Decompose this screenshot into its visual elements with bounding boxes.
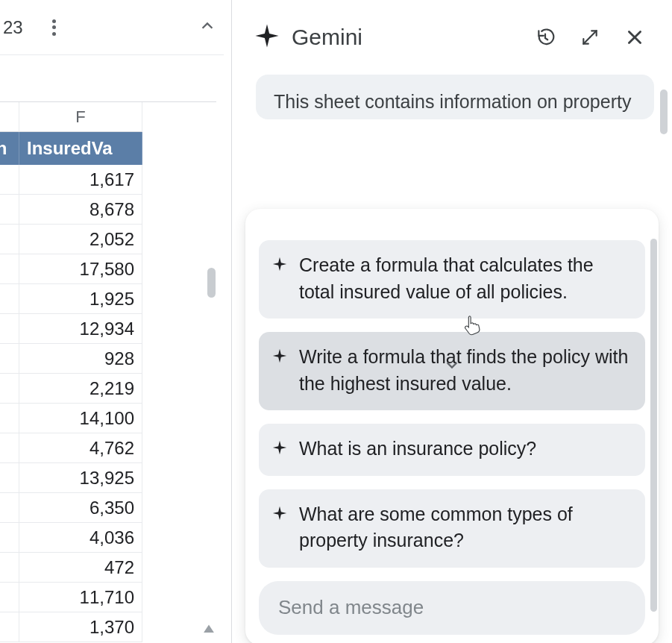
message-composer[interactable]	[259, 581, 645, 635]
cell-insured-value[interactable]: 11,710	[19, 583, 142, 612]
cell-region[interactable]: est	[0, 344, 19, 374]
cell-reference: 23	[3, 17, 23, 38]
close-button[interactable]	[618, 21, 651, 54]
expand-button[interactable]	[574, 21, 606, 54]
suggestion-item[interactable]: Create a formula that calculates the tot…	[259, 240, 645, 319]
cell-insured-value[interactable]: 14,100	[19, 404, 142, 433]
collapse-formula-bar-button[interactable]	[191, 11, 224, 44]
table-row: est2,052	[0, 225, 216, 254]
cell-region[interactable]: est	[0, 583, 19, 612]
cell-region[interactable]	[0, 433, 19, 463]
cell-region[interactable]	[0, 284, 19, 314]
chevron-up-icon	[199, 18, 216, 37]
suggestions-scrollbar[interactable]	[650, 239, 657, 511]
cell-region[interactable]	[0, 612, 19, 642]
suggestion-text: What are some common types of property i…	[299, 501, 630, 554]
table-row: 1,370	[0, 612, 216, 642]
cell-region[interactable]	[0, 553, 19, 583]
suggestions-scrollbar-thumb[interactable]	[650, 239, 657, 612]
table-row: 1,925	[0, 284, 216, 314]
close-icon	[625, 28, 644, 47]
table-row: 8,678	[0, 195, 216, 225]
cell-insured-value[interactable]: 4,762	[19, 433, 142, 463]
spark-icon	[272, 501, 287, 528]
suggestion-text: Create a formula that calculates the tot…	[299, 252, 630, 305]
column-header[interactable]: E	[0, 102, 19, 132]
gemini-side-panel: Gemini This sheet contains infor	[231, 0, 672, 643]
spark-icon	[272, 252, 287, 279]
more-options-button[interactable]	[38, 11, 71, 44]
cell-insured-value[interactable]: 8,678	[19, 195, 142, 225]
suggestion-item[interactable]: What are some common types of property i…	[259, 489, 645, 568]
cell-region[interactable]	[0, 374, 19, 404]
cell-insured-value[interactable]: 13,925	[19, 463, 142, 493]
table-row: 14,100	[0, 404, 216, 433]
cell-insured-value[interactable]: 6,350	[19, 493, 142, 523]
history-button[interactable]	[529, 21, 562, 54]
svg-marker-0	[204, 626, 213, 632]
cell-region[interactable]	[0, 404, 19, 433]
cell-insured-value[interactable]: 928	[19, 344, 142, 374]
spreadsheet-grid[interactable]: E F Region InsuredVa 1,6178,678est2,0521…	[0, 101, 216, 643]
formula-bar-toolbar: 23	[0, 0, 224, 55]
cell-insured-value[interactable]: 2,219	[19, 374, 142, 404]
table-row: 1,617	[0, 165, 216, 195]
spark-icon	[272, 436, 287, 462]
cell-region[interactable]: est	[0, 523, 19, 553]
table-row: 13,925	[0, 463, 216, 493]
expand-summary-button[interactable]	[444, 357, 460, 376]
table-row: est12,934	[0, 314, 216, 344]
column-header-row: E F	[0, 102, 216, 132]
scroll-up-arrow-icon[interactable]	[204, 624, 214, 634]
cell-region[interactable]	[0, 463, 19, 493]
table-row: 6,350	[0, 493, 216, 523]
vertical-scrollbar-thumb[interactable]	[207, 268, 216, 298]
expand-icon	[580, 28, 600, 47]
suggestion-text: Write a formula that finds the policy wi…	[299, 344, 630, 397]
table-row: 4,762	[0, 433, 216, 463]
data-rows: 1,6178,678est2,05217,5801,925est12,934es…	[0, 165, 216, 642]
cell-insured-value[interactable]: 12,934	[19, 314, 142, 344]
cell-insured-value[interactable]: 17,580	[19, 254, 142, 284]
sheet-summary-message: This sheet contains information on prope…	[256, 75, 654, 119]
gemini-spark-icon	[254, 23, 280, 51]
cell-region[interactable]: est	[0, 225, 19, 254]
message-input[interactable]	[278, 596, 626, 619]
cell-insured-value[interactable]: 1,925	[19, 284, 142, 314]
cell-region[interactable]	[0, 165, 19, 195]
table-row: est11,710	[0, 583, 216, 612]
cell-region[interactable]: est	[0, 314, 19, 344]
cell-insured-value[interactable]: 472	[19, 553, 142, 583]
table-row: 17,580	[0, 254, 216, 284]
header-cell-region[interactable]: Region	[0, 132, 19, 165]
panel-header: Gemini	[232, 0, 672, 75]
table-row: 2,219	[0, 374, 216, 404]
panel-body: This sheet contains information on prope…	[232, 75, 672, 643]
suggestion-text: What is an insurance policy?	[299, 436, 630, 462]
header-cell-insured-value[interactable]: InsuredVa	[19, 132, 142, 165]
spark-icon	[272, 344, 287, 371]
cell-insured-value[interactable]: 2,052	[19, 225, 142, 254]
cell-region[interactable]	[0, 493, 19, 523]
cell-insured-value[interactable]: 1,370	[19, 612, 142, 642]
cell-insured-value[interactable]: 1,617	[19, 165, 142, 195]
header-row: Region InsuredVa	[0, 132, 216, 165]
column-header[interactable]: F	[19, 102, 142, 132]
cell-insured-value[interactable]: 4,036	[19, 523, 142, 553]
chevron-down-icon	[444, 357, 460, 373]
vertical-dots-icon	[52, 19, 56, 36]
table-row: est928	[0, 344, 216, 374]
suggestions-card: Create a formula that calculates the tot…	[245, 209, 659, 643]
table-row: est4,036	[0, 523, 216, 553]
cell-region[interactable]	[0, 254, 19, 284]
suggestion-item[interactable]: What is an insurance policy?	[259, 424, 645, 476]
history-icon	[536, 28, 555, 47]
cell-region[interactable]	[0, 195, 19, 225]
table-row: 472	[0, 553, 216, 583]
panel-title: Gemini	[292, 25, 517, 50]
